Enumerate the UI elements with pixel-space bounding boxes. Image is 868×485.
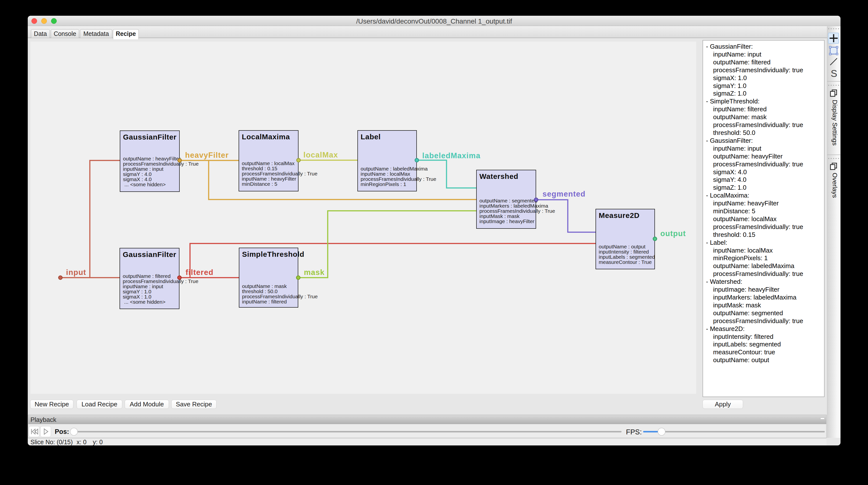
svg-text:FPS:: FPS: xyxy=(626,428,642,436)
